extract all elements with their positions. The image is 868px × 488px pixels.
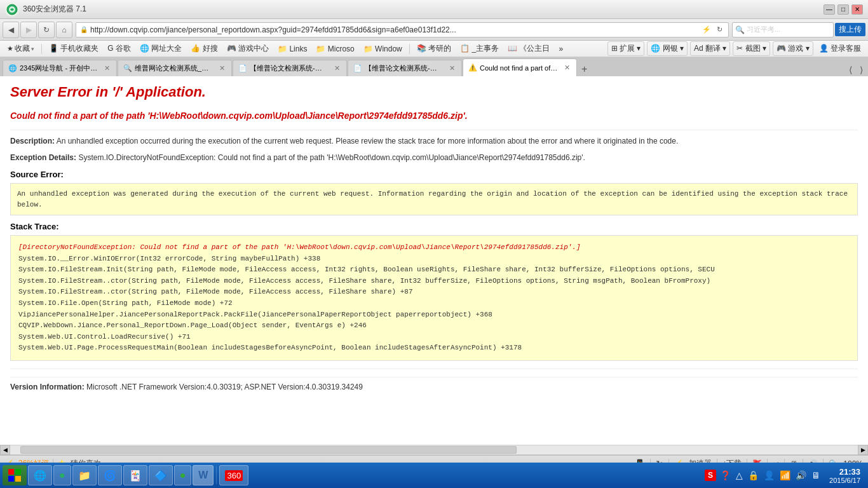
tray-s-icon[interactable]: S — [705, 470, 716, 471]
home-button[interactable]: ⌂ — [56, 22, 72, 38]
scrollbar-thumb[interactable] — [20, 446, 517, 454]
stack-line-3: System.IO.FileStream..ctor(String path, … — [18, 276, 850, 287]
tray-help-icon[interactable]: ❓ — [719, 469, 732, 471]
taskbar-browser[interactable]: ● — [53, 465, 71, 471]
tab-5-close[interactable]: ✕ — [563, 63, 571, 72]
tray-lock-icon[interactable]: 🔒 — [747, 469, 760, 471]
bookmark-window[interactable]: 📁 Window — [360, 43, 405, 55]
tray-up-icon[interactable]: △ — [735, 469, 744, 471]
stack-line-6: VipJiancePersonalHelper.JiancePersonalRe… — [18, 309, 850, 321]
scroll-left-button[interactable]: ◀ — [0, 445, 10, 455]
bookmark-more[interactable]: » — [555, 43, 566, 55]
tab-5-active[interactable]: ⚠️ Could not find a part of the ✕ — [463, 58, 577, 76]
tab-1[interactable]: 🌐 2345网址导航 - 开创中国百年... ✕ — [3, 60, 117, 76]
svg-rect-2 — [8, 469, 14, 471]
tab-5-icon: ⚠️ — [468, 64, 477, 72]
wangwang-btn[interactable]: 🌐 网银 ▾ — [647, 41, 688, 56]
browser-logo — [5, 3, 19, 17]
search-box[interactable]: 🔍 习近平考... — [732, 22, 834, 37]
translate-btn[interactable]: Ad 翻译 ▾ — [690, 41, 730, 56]
tab-2[interactable]: 🔍 维普网论文检测系统_百度搜索 ✕ — [118, 60, 232, 76]
close-button[interactable]: ✕ — [851, 4, 863, 15]
item5-icon: 🔷 — [154, 470, 167, 472]
back-button[interactable]: ◀ — [3, 22, 19, 38]
bookmark-games[interactable]: 🎮 游戏中心 — [224, 42, 272, 55]
tab-4[interactable]: 📄 【维普论文检测系统-个人版】 ✕ — [348, 60, 462, 76]
forward-button[interactable]: ▶ — [20, 22, 37, 38]
bookmark-separator2 — [409, 44, 410, 54]
refresh-button[interactable]: ↻ — [38, 22, 55, 38]
svg-rect-3 — [15, 469, 21, 471]
refresh-addr-btn[interactable]: ↻ — [715, 25, 724, 34]
new-tab-button[interactable]: + — [578, 62, 591, 76]
taskbar-ie[interactable]: 🌐 — [28, 465, 52, 471]
extensions-btn[interactable]: ⊞ 扩展 ▾ — [607, 41, 645, 56]
taskbar: 🌐 ● 📁 🌀 🃏 🔷 ● W 360 S ❓ △ 🔒 👤 📶 🔊 🖥 21:3… — [0, 463, 868, 471]
word-icon: W — [198, 470, 208, 471]
minimize-button[interactable]: — — [824, 4, 835, 15]
bookmark-mobile[interactable]: 📱 手机收藏夹 — [46, 42, 102, 55]
nav-bar: ◀ ▶ ↻ ⌂ 🔒 http://down.cqvip.com/jiance/p… — [0, 19, 868, 41]
upload-button[interactable]: 搜上传 — [835, 23, 865, 36]
tab-1-close[interactable]: ✕ — [103, 64, 111, 73]
login-btn[interactable]: 👤 登录客服 — [816, 41, 864, 56]
version-text: Microsoft .NET Framework Version:4.0.303… — [86, 383, 363, 391]
bookmark-web-nav[interactable]: 🌐 网址大全 — [137, 42, 185, 55]
source-error-box: An unhandled exception was generated dur… — [10, 183, 858, 215]
bookmark-research[interactable]: 📚 考研的 — [414, 42, 454, 55]
bookmark-links[interactable]: 📁 Links — [275, 43, 310, 55]
bookmark-microso[interactable]: 📁 Microso — [313, 43, 357, 55]
bookmark-google[interactable]: G 谷歌 — [104, 42, 134, 55]
translate-btn[interactable]: ⚡ — [700, 25, 713, 34]
start-button[interactable] — [3, 465, 27, 471]
tab-2-label: 维普网论文检测系统_百度搜索 — [135, 64, 214, 73]
tray-user-icon[interactable]: 👤 — [763, 469, 776, 471]
maximize-button[interactable]: □ — [837, 4, 849, 15]
taskbar-item5[interactable]: 🔷 — [149, 465, 173, 471]
system-clock: 21:33 2015/6/17 — [824, 466, 865, 472]
exception-label: Exception Details: — [10, 153, 76, 162]
tab-2-close[interactable]: ✕ — [218, 64, 226, 73]
tab-2-icon: 🔍 — [123, 64, 132, 72]
clock-time: 21:33 — [829, 467, 860, 472]
tab-3-label: 【维普论文检测系统-个人版】 — [250, 64, 329, 73]
scrollbar-area: ◀ ▶ — [0, 445, 868, 455]
bookmark-affairs[interactable]: 📋 _主事务 — [457, 42, 502, 55]
tray-wifi-icon[interactable]: 📶 — [778, 469, 792, 471]
stack-line-1: System.IO.__Error.WinIOError(Int32 error… — [18, 254, 850, 265]
tab-list: 🌐 2345网址导航 - 开创中国百年... ✕ 🔍 维普网论文检测系统_百度搜… — [3, 58, 846, 76]
bookmark-haosou[interactable]: 👍 好搜 — [187, 42, 220, 55]
taskbar-explorer[interactable]: 📁 — [72, 465, 97, 471]
taskbar-item3[interactable]: 🌀 — [98, 465, 122, 471]
taskbar-word[interactable]: W — [193, 465, 214, 471]
taskbar-sep — [216, 466, 217, 471]
screenshot-btn[interactable]: ✂ 截图 ▾ — [733, 41, 770, 56]
taskbar-360[interactable]: 360 — [219, 465, 248, 471]
bookmark-favorites[interactable]: ★ 收藏 ▾ — [4, 42, 37, 55]
exception-details-line: Exception Details: System.IO.DirectoryNo… — [10, 152, 858, 163]
bookmarks-bar: ★ 收藏 ▾ 📱 手机收藏夹 G 谷歌 🌐 网址大全 👍 好搜 🎮 游戏中心 📁… — [0, 41, 868, 57]
tab-3[interactable]: 📄 【维普论文检测系统-个人版】 ✕ — [233, 60, 347, 76]
taskbar-item6[interactable]: ● — [174, 465, 192, 471]
item3-icon: 🌀 — [104, 470, 116, 472]
stack-line-9: System.Web.UI.Page.ProcessRequestMain(Bo… — [18, 342, 850, 354]
browser-title: 360安全浏览器 7.1 — [23, 4, 86, 15]
tab-prev-button[interactable]: ⟨ — [846, 64, 855, 76]
stack-line-5: System.IO.File.Open(String path, FileMod… — [18, 298, 850, 309]
games-btn[interactable]: 🎮 游戏 ▾ — [773, 41, 813, 56]
tab-4-icon: 📄 — [353, 64, 362, 72]
address-bar[interactable]: 🔒 http://down.cqvip.com/jiance/personal_… — [76, 22, 729, 37]
tab-3-close[interactable]: ✕ — [333, 64, 341, 73]
window-controls[interactable]: — □ ✕ — [824, 4, 863, 15]
taskbar-item4[interactable]: 🃏 — [123, 465, 147, 471]
bookmark-separator — [41, 44, 42, 54]
scrollbar-track[interactable] — [20, 446, 848, 454]
taskbar-tray: S ❓ △ 🔒 👤 📶 🔊 🖥 21:33 2015/6/17 — [705, 466, 865, 472]
tray-display-icon[interactable]: 🖥 — [810, 469, 822, 471]
search-placeholder: 习近平考... — [747, 25, 780, 34]
bookmark-diary[interactable]: 📖 《公主日 — [505, 42, 553, 55]
scroll-right-button[interactable]: ▶ — [858, 445, 868, 455]
tab-4-close[interactable]: ✕ — [448, 64, 456, 73]
tray-volume-icon[interactable]: 🔊 — [794, 469, 808, 471]
tab-next-button[interactable]: ⟩ — [857, 64, 865, 76]
